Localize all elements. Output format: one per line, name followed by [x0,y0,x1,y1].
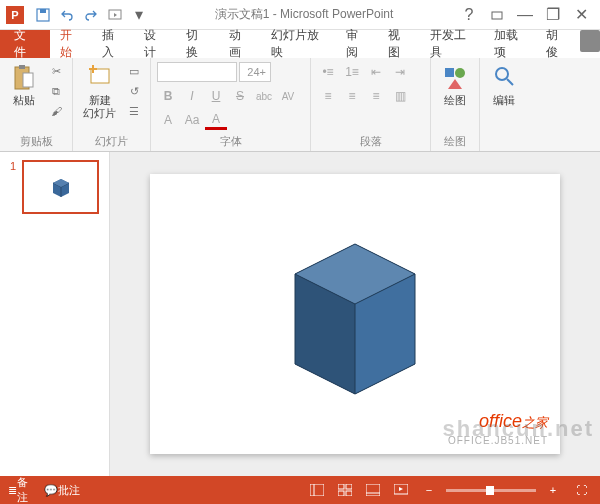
svg-rect-18 [366,484,380,496]
ribbon-display-options-button[interactable] [484,4,510,26]
svg-point-10 [496,68,508,80]
status-bar: ≣ 备注 💬 批注 − + ⛶ [0,476,600,504]
undo-button[interactable] [56,4,78,26]
indent-inc-button[interactable]: ⇥ [389,62,411,82]
font-size-combo[interactable]: 24+ [239,62,271,82]
editing-button[interactable]: 编辑 [486,62,522,109]
group-clipboard: 粘贴 ✂ ⧉ 🖌 剪贴板 [0,58,73,151]
svg-rect-17 [346,491,352,496]
group-paragraph: •≡ 1≡ ⇤ ⇥ ≡ ≡ ≡ ▥ 段落 [311,58,431,151]
tab-design[interactable]: 设计 [134,30,176,58]
strike-button[interactable]: S [229,86,251,106]
help-button[interactable]: ? [456,4,482,26]
new-slide-label: 新建 幻灯片 [83,94,116,120]
fit-window-button[interactable]: ⛶ [570,481,592,499]
svg-rect-12 [310,484,324,496]
numbering-button[interactable]: 1≡ [341,62,363,82]
tab-animations[interactable]: 动画 [219,30,261,58]
drawing-group-label: 绘图 [437,132,473,149]
align-center-button[interactable]: ≡ [341,86,363,106]
group-slides: 新建 幻灯片 ▭ ↺ ☰ 幻灯片 [73,58,151,151]
columns-button[interactable]: ▥ [389,86,411,106]
slide-thumbnails-pane[interactable]: 1 [0,152,110,476]
svg-rect-15 [346,484,352,489]
cut-button[interactable]: ✂ [46,62,66,80]
tab-slideshow[interactable]: 幻灯片放映 [261,30,336,58]
clipboard-group-label: 剪贴板 [6,132,66,149]
paste-button[interactable]: 粘贴 [6,62,42,109]
tab-addins[interactable]: 加载项 [484,30,537,58]
zoom-slider[interactable] [446,489,536,492]
watermark-url: OFFICE.JB51.NET [448,435,548,446]
cube-icon [49,175,73,199]
paste-label: 粘贴 [13,94,35,107]
user-name[interactable]: 胡俊 [538,30,576,58]
cube-shape[interactable] [255,214,455,414]
indent-dec-button[interactable]: ⇤ [365,62,387,82]
underline-button[interactable]: U [205,86,227,106]
svg-rect-16 [338,491,344,496]
tab-review[interactable]: 审阅 [336,30,378,58]
bold-button[interactable]: B [157,86,179,106]
close-button[interactable]: ✕ [568,4,594,26]
slides-group-label: 幻灯片 [79,132,144,149]
slide-canvas[interactable]: office之家 OFFICE.JB51.NET [150,174,560,454]
tab-file[interactable]: 文件 [0,30,50,58]
tab-home[interactable]: 开始 [50,30,92,58]
shadow-button[interactable]: abc [253,86,275,106]
zoom-out-button[interactable]: − [418,481,440,499]
redo-button[interactable] [80,4,102,26]
group-editing: 编辑 [480,58,528,151]
window-title: 演示文稿1 - Microsoft PowerPoint [152,6,456,23]
reading-view-button[interactable] [362,481,384,499]
watermark-brand: office之家 [479,411,548,432]
normal-view-button[interactable] [306,481,328,499]
tab-transitions[interactable]: 切换 [176,30,218,58]
drawing-label: 绘图 [444,94,466,107]
new-slide-button[interactable]: 新建 幻灯片 [79,62,120,122]
svg-rect-3 [492,12,502,19]
change-case-button[interactable]: Aa [181,110,203,130]
svg-line-11 [507,79,513,85]
notes-button[interactable]: ≣ 备注 [8,481,30,499]
restore-button[interactable]: ❐ [540,4,566,26]
workspace: 1 office之家 OFFICE.JB51.NET shancun.net [0,152,600,476]
zoom-in-button[interactable]: + [542,481,564,499]
save-button[interactable] [32,4,54,26]
group-drawing: 绘图 绘图 [431,58,480,151]
section-button[interactable]: ☰ [124,102,144,120]
group-font: 24+ B I U S abc AV A Aa A 字体 [151,58,311,151]
font-color-button[interactable]: A [205,110,227,130]
char-spacing-button[interactable]: AV [277,86,299,106]
sorter-view-button[interactable] [334,481,356,499]
italic-button[interactable]: I [181,86,203,106]
tab-developer[interactable]: 开发工具 [420,30,484,58]
tab-view[interactable]: 视图 [378,30,420,58]
layout-button[interactable]: ▭ [124,62,144,80]
comments-button[interactable]: 💬 批注 [44,481,80,499]
copy-button[interactable]: ⧉ [46,82,66,100]
svg-rect-1 [40,9,46,13]
slide-canvas-area: office之家 OFFICE.JB51.NET shancun.net [110,152,600,476]
align-left-button[interactable]: ≡ [317,86,339,106]
svg-rect-8 [445,68,454,77]
font-family-combo[interactable] [157,62,237,82]
editing-label: 编辑 [493,94,515,107]
slideshow-view-button[interactable] [390,481,412,499]
font-group-label: 字体 [157,132,304,149]
thumb-number: 1 [10,160,16,214]
reset-button[interactable]: ↺ [124,82,144,100]
drawing-button[interactable]: 绘图 [437,62,473,109]
tab-insert[interactable]: 插入 [92,30,134,58]
user-avatar[interactable] [580,30,600,52]
slide-thumbnail-1[interactable] [22,160,99,214]
slideshow-start-button[interactable] [104,4,126,26]
format-painter-button[interactable]: 🖌 [46,102,66,120]
clear-format-button[interactable]: A [157,110,179,130]
bullets-button[interactable]: •≡ [317,62,339,82]
align-right-button[interactable]: ≡ [365,86,387,106]
minimize-button[interactable]: — [512,4,538,26]
qat-customize-button[interactable]: ▾ [128,4,150,26]
ribbon-tabs: 文件 开始 插入 设计 切换 动画 幻灯片放映 审阅 视图 开发工具 加载项 胡… [0,30,600,58]
title-bar: P ▾ 演示文稿1 - Microsoft PowerPoint ? — ❐ ✕ [0,0,600,30]
